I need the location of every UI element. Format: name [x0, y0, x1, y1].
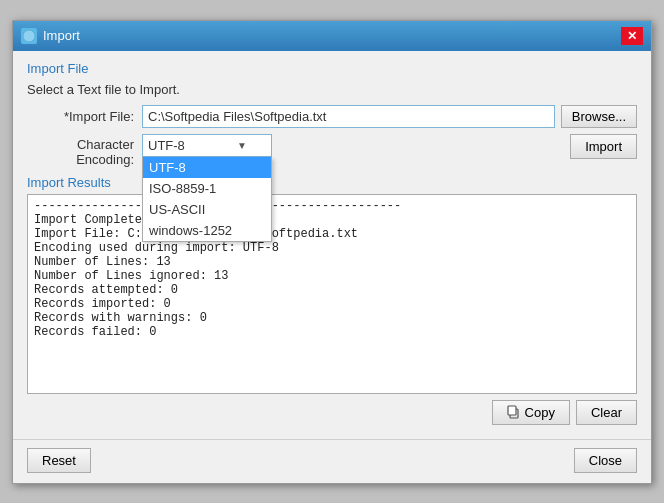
results-textarea-wrapper: ----------------------------------------… [27, 194, 637, 394]
import-file-input[interactable] [142, 105, 555, 128]
encoding-select-wrapper[interactable]: UTF-8 ▼ UTF-8 ISO-8859-1 US-ASCII window… [142, 134, 272, 157]
encoding-select-display[interactable]: UTF-8 ▼ [142, 134, 272, 157]
import-dialog: Import ✕ Import File Select a Text file … [12, 20, 652, 484]
title-bar-left: Import [21, 28, 80, 44]
close-button[interactable]: Close [574, 448, 637, 473]
import-button[interactable]: Import [570, 134, 637, 159]
encoding-option-utf8[interactable]: UTF-8 [143, 157, 271, 178]
clear-button[interactable]: Clear [576, 400, 637, 425]
svg-rect-2 [508, 406, 516, 415]
import-file-section-title: Import File [27, 61, 637, 76]
reset-button[interactable]: Reset [27, 448, 91, 473]
footer-row: Reset Close [13, 439, 651, 483]
svg-point-0 [23, 30, 35, 42]
results-section: Import Results -------------------------… [27, 175, 637, 394]
encoding-dropdown[interactable]: UTF-8 ISO-8859-1 US-ASCII windows-1252 [142, 157, 272, 242]
results-textarea[interactable]: ----------------------------------------… [28, 195, 636, 393]
copy-button[interactable]: Copy [492, 400, 570, 425]
encoding-option-iso[interactable]: ISO-8859-1 [143, 178, 271, 199]
encoding-option-windows[interactable]: windows-1252 [143, 220, 271, 241]
chevron-down-icon: ▼ [237, 140, 247, 151]
dialog-body: Import File Select a Text file to Import… [13, 51, 651, 435]
encoding-row: Character Encoding: UTF-8 ▼ UTF-8 ISO-88… [27, 134, 637, 167]
encoding-right: UTF-8 ▼ UTF-8 ISO-8859-1 US-ASCII window… [142, 134, 390, 157]
import-file-label: *Import File: [27, 109, 142, 124]
browse-button[interactable]: Browse... [561, 105, 637, 128]
import-file-row: *Import File: Browse... [27, 105, 637, 128]
encoding-label: Character Encoding: [27, 134, 142, 167]
import-subtitle: Select a Text file to Import. [27, 82, 637, 97]
copy-icon [507, 405, 521, 419]
title-bar: Import ✕ [13, 21, 651, 51]
dialog-title: Import [43, 28, 80, 43]
results-section-title: Import Results [27, 175, 637, 190]
close-icon[interactable]: ✕ [621, 27, 643, 45]
copy-label: Copy [525, 405, 555, 420]
dialog-icon [21, 28, 37, 44]
encoding-selected-value: UTF-8 [148, 138, 185, 153]
bottom-buttons-row: Copy Clear [27, 400, 637, 425]
encoding-option-ascii[interactable]: US-ASCII [143, 199, 271, 220]
